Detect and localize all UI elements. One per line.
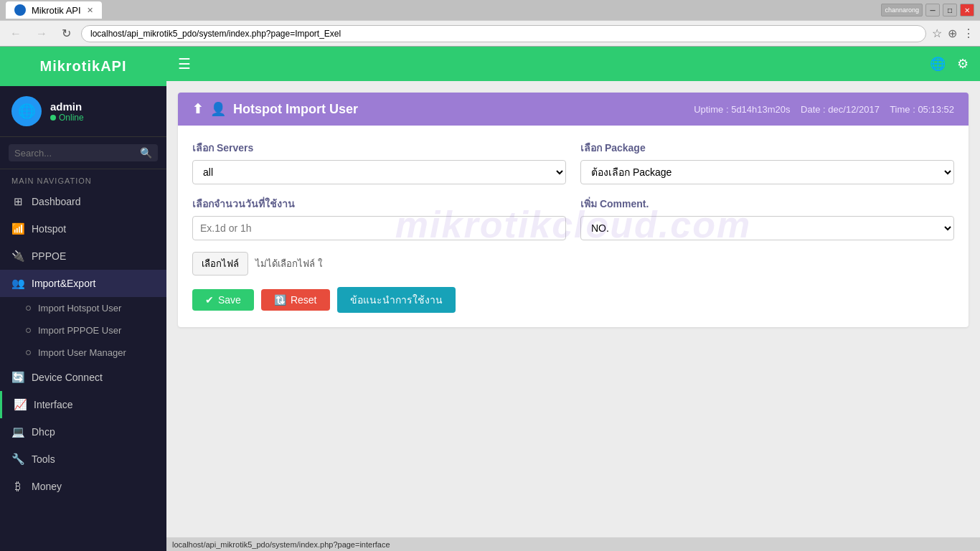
save-check-icon: ✔ xyxy=(205,294,214,306)
comment-label: เพิ่ม Comment. xyxy=(580,196,954,212)
topbar: ☰ 🌐 ⚙ xyxy=(166,47,980,81)
days-label: เลือกจำนวนวันที่ใช้งาน xyxy=(192,196,566,212)
window-controls: channarong ─ □ ✕ xyxy=(881,4,974,17)
extension-icon[interactable]: ⊕ xyxy=(948,27,957,40)
sidebar-item-label: PPPOE xyxy=(32,250,66,262)
forward-button[interactable]: → xyxy=(32,26,52,42)
comment-select[interactable]: NO. xyxy=(580,216,954,240)
sidebar-item-tools[interactable]: 🔧 Tools xyxy=(0,446,166,473)
browser-tab[interactable]: Mikrotik API ✕ xyxy=(6,1,102,19)
tab-title: Mikrotik API xyxy=(32,5,81,16)
package-select[interactable]: ต้องเลือก Package xyxy=(580,160,954,184)
save-button[interactable]: ✔ Save xyxy=(192,289,254,311)
servers-select[interactable]: all xyxy=(192,160,566,184)
sidebar-item-label: Hotspot xyxy=(32,223,66,235)
choose-file-button[interactable]: เลือกไฟล์ xyxy=(192,252,248,276)
sidebar-item-label: Import&Export xyxy=(32,278,95,289)
globe-icon[interactable]: 🌐 xyxy=(930,56,946,72)
interface-icon: 📈 xyxy=(14,398,27,411)
sidebar-item-label: Dhcp xyxy=(32,426,55,438)
money-icon: ₿ xyxy=(11,480,24,492)
sidebar-item-money[interactable]: ₿ Money xyxy=(0,473,166,499)
browser-navbar: ← → ↻ ☆ ⊕ ⋮ xyxy=(0,20,980,46)
date-value: dec/12/2017 xyxy=(828,104,880,115)
sidebar-item-label: Dashboard xyxy=(32,196,81,207)
gear-icon[interactable]: ⚙ xyxy=(957,56,969,72)
servers-group: เลือก Servers all xyxy=(192,140,566,184)
status-url: localhost/api_mikrotik5_pdo/system/index… xyxy=(172,540,390,549)
card-body: mikrotikcloud.com เลือก Servers all เลือ… xyxy=(178,126,969,327)
main-card: ⬆ 👤 Hotspot Import User Uptime : 5d14h13… xyxy=(178,93,969,327)
card-header-left: ⬆ 👤 Hotspot Import User xyxy=(192,101,358,117)
sidebar-item-label: Interface xyxy=(34,399,72,410)
time-value: 05:13:52 xyxy=(918,104,954,115)
sidebar-item-dashboard[interactable]: ⊞ Dashboard xyxy=(0,188,166,215)
search-input[interactable] xyxy=(14,148,140,159)
sidebar-item-interface[interactable]: 📈 Interface xyxy=(0,391,166,418)
minimize-button[interactable]: ─ xyxy=(925,4,940,17)
sidebar-item-import-export[interactable]: 👥 Import&Export xyxy=(0,270,166,297)
back-button[interactable]: ← xyxy=(6,26,26,42)
menu-icon[interactable]: ⋮ xyxy=(963,27,974,40)
maximize-button[interactable]: □ xyxy=(943,4,957,17)
main-content: ☰ 🌐 ⚙ ⬆ 👤 Hotspot Import User Uptime : xyxy=(166,47,980,551)
nav-right-icons: ☆ ⊕ ⋮ xyxy=(932,27,974,40)
file-row: เลือกไฟล์ ไม่ได้เลือกไฟล์ ใ xyxy=(192,252,954,276)
form-row-2: เลือกจำนวนวันที่ใช้งาน เพิ่ม Comment. NO… xyxy=(192,196,954,240)
btn-row: ✔ Save 🔃 Reset ข้อแนะนำการใช้งาน xyxy=(192,287,954,313)
user-info: admin Online xyxy=(50,100,84,123)
hamburger-menu-button[interactable]: ☰ xyxy=(178,55,191,72)
username: admin xyxy=(50,100,84,113)
package-group: เลือก Package ต้องเลือก Package xyxy=(580,140,954,184)
sidebar-item-dhcp[interactable]: 💻 Dhcp xyxy=(0,418,166,446)
status-bar: localhost/api_mikrotik5_pdo/system/index… xyxy=(166,537,980,551)
app-wrapper: MikrotikAPI 🌐 admin Online 🔍 MAIN NAVIGA… xyxy=(0,47,980,551)
bookmark-icon[interactable]: ☆ xyxy=(932,27,942,40)
sidebar-item-label: Money xyxy=(32,481,62,492)
hotspot-icon: 📶 xyxy=(11,222,24,235)
browser-titlebar: Mikrotik API ✕ channarong ─ □ ✕ xyxy=(0,0,980,20)
close-button[interactable]: ✕ xyxy=(960,4,974,17)
sub-dot-2 xyxy=(26,328,31,333)
sidebar-item-hotspot[interactable]: 📶 Hotspot xyxy=(0,215,166,242)
tab-favicon xyxy=(14,4,26,16)
user-btn[interactable]: channarong xyxy=(881,4,923,17)
form-row-1: เลือก Servers all เลือก Package ต้องเลือ… xyxy=(192,140,954,184)
usage-button[interactable]: ข้อแนะนำการใช้งาน xyxy=(337,287,456,313)
refresh-button[interactable]: ↻ xyxy=(57,25,75,42)
sidebar-subitem-import-pppoe-user[interactable]: Import PPPOE User xyxy=(0,319,166,342)
sidebar-item-pppoe[interactable]: 🔌 PPPOE xyxy=(0,242,166,270)
tab-close-button[interactable]: ✕ xyxy=(87,6,93,15)
card-header-right: Uptime : 5d14h13m20s Date : dec/12/2017 … xyxy=(694,104,954,115)
uptime-label: Uptime : xyxy=(694,104,728,115)
user-status: Online xyxy=(50,113,84,123)
sidebar-search: 🔍 xyxy=(0,137,166,169)
reset-button[interactable]: 🔃 Reset xyxy=(261,289,330,311)
sidebar-subitem-import-user-manager[interactable]: Import User Manager xyxy=(0,342,166,364)
status-dot xyxy=(50,115,56,121)
sidebar-item-device-connect[interactable]: 🔄 Device Connect xyxy=(0,364,166,391)
date-label: Date : xyxy=(801,104,826,115)
card-header: ⬆ 👤 Hotspot Import User Uptime : 5d14h13… xyxy=(178,93,969,126)
device-connect-icon: 🔄 xyxy=(11,371,24,384)
upload-icon: ⬆ xyxy=(192,101,203,117)
sidebar-logo: MikrotikAPI xyxy=(0,47,166,86)
content-area: ⬆ 👤 Hotspot Import User Uptime : 5d14h13… xyxy=(166,81,980,537)
user-icon: 👤 xyxy=(210,101,226,117)
time-label: Time : xyxy=(890,104,915,115)
sub-item-label: Import PPPOE User xyxy=(38,325,121,336)
search-icon: 🔍 xyxy=(140,147,152,159)
days-input[interactable] xyxy=(192,216,566,240)
sub-dot-1 xyxy=(26,306,31,311)
browser-chrome: Mikrotik API ✕ channarong ─ □ ✕ ← → ↻ ☆ … xyxy=(0,0,980,47)
card-title: Hotspot Import User xyxy=(233,102,358,117)
sub-dot-3 xyxy=(26,350,31,355)
url-bar[interactable] xyxy=(81,25,926,42)
sidebar-user: 🌐 admin Online xyxy=(0,86,166,137)
search-wrapper: 🔍 xyxy=(9,144,158,161)
file-label: ไม่ได้เลือกไฟล์ ใ xyxy=(255,256,322,271)
sidebar-subitem-import-hotspot-user[interactable]: Import Hotspot User xyxy=(0,297,166,319)
dhcp-icon: 💻 xyxy=(11,425,24,438)
sub-item-label: Import Hotspot User xyxy=(38,303,121,314)
tools-icon: 🔧 xyxy=(11,453,24,466)
